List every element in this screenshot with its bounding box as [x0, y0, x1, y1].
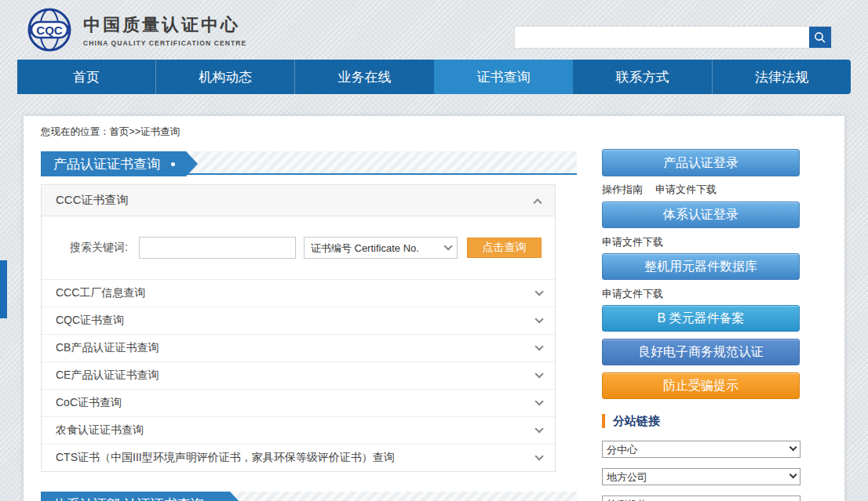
operation-guide-link[interactable]: 操作指南 [602, 183, 643, 195]
chevron-down-icon [534, 314, 543, 323]
chevron-down-icon [534, 342, 543, 350]
system-cert-banner: 体系认证部 认证证书查询 [41, 492, 230, 501]
keyword-label: 搜索关键词: [70, 241, 128, 255]
certificate-query-accordion: CCC证书查询 搜索关键词: 证书编号 Certificate No. 点击查询… [41, 184, 556, 472]
ccc-search-form: 搜索关键词: 证书编号 Certificate No. 点击查询 [42, 216, 555, 279]
application-download-link[interactable]: 申请文件下载 [602, 235, 663, 248]
accordion-ccc-certificate-label: CCC证书查询 [56, 193, 129, 208]
breadcrumb: 您现在的位置：首页>>证书查询 [41, 125, 844, 139]
nav-item-certificate-query[interactable]: 证书查询 [434, 60, 573, 94]
accordion-coc-certificate[interactable]: CoC证书查询 [42, 389, 555, 416]
accordion-agrifood-certificate[interactable]: 农食认证证书查询 [42, 416, 555, 444]
nav-item-business-online[interactable]: 业务在线 [294, 60, 433, 94]
search-icon [814, 31, 826, 44]
main-nav: 首页 机构动态 业务在线 证书查询 联系方式 法律法规 [17, 60, 851, 94]
nav-item-laws[interactable]: 法律法规 [712, 60, 851, 94]
accordion-ccc-certificate[interactable]: CCC证书查询 [42, 185, 555, 216]
accordion-item-label: CTS证书（中国III型环境声明评价证书，家具环保等级评价证书）查询 [56, 451, 395, 465]
accordion-item-label: CQC证书查询 [56, 314, 124, 328]
fraud-warning-button[interactable]: 防止受骗提示 [602, 372, 800, 399]
accordion-cqc-certificate[interactable]: CQC证书查询 [42, 307, 555, 334]
system-cert-section-head: 体系认证部 认证证书查询 [41, 492, 577, 501]
site-search-button[interactable] [809, 27, 831, 48]
keyword-input[interactable] [139, 237, 296, 259]
chevron-down-icon [534, 424, 543, 433]
chevron-down-icon [534, 369, 543, 378]
certificate-type-select[interactable]: 证书编号 Certificate No. [304, 237, 458, 259]
chevron-down-icon [534, 452, 543, 460]
testing-agency-select[interactable]: 检测机构 [602, 496, 801, 501]
accordion-item-label: CE产品认证证书查询 [56, 368, 159, 383]
product-cert-login-button[interactable]: 产品认证登录 [602, 149, 800, 176]
accordion-item-label: 农食认证证书查询 [56, 423, 144, 437]
product-cert-banner: 产品认证证书查询 [41, 151, 186, 176]
certificate-type-select-wrap: 证书编号 Certificate No. [304, 237, 458, 259]
branch-center-select[interactable]: 分中心 [602, 441, 801, 458]
chevron-down-icon [534, 397, 543, 405]
site-subtitle: CHINA QUALITY CERTIFICATION CENTRE [83, 39, 246, 47]
application-download-link[interactable]: 申请文件下载 [602, 287, 663, 300]
component-db-links: 申请文件下载 [602, 287, 801, 300]
product-cert-banner-label: 产品认证证书查询 [53, 155, 160, 173]
site-logo[interactable]: CQC 中国质量认证中心 CHINA QUALITY CERTIFICATION… [24, 7, 246, 53]
component-database-button[interactable]: 整机用元器件数据库 [602, 253, 800, 280]
nav-item-news[interactable]: 机构动态 [155, 60, 294, 94]
left-edge-widget[interactable] [0, 260, 7, 318]
product-cert-section-head: 产品认证证书查询 [41, 151, 577, 175]
local-company-select-wrap: 地方公司 [602, 468, 801, 485]
system-cert-banner-label: 体系认证部 认证证书查询 [53, 496, 204, 501]
nav-item-home[interactable]: 首页 [17, 60, 155, 94]
chevron-down-icon [534, 287, 543, 296]
page-header: CQC 中国质量认证中心 CHINA QUALITY CERTIFICATION… [0, 0, 868, 60]
branch-center-select-wrap: 分中心 [602, 441, 801, 458]
accordion-item-label: CB产品认证证书查询 [56, 341, 159, 355]
accordion-ccc-factory-info[interactable]: CCC工厂信息查询 [42, 279, 555, 307]
accordion-cb-certificate[interactable]: CB产品认证证书查询 [42, 334, 555, 361]
system-cert-login-button[interactable]: 体系认证登录 [602, 201, 800, 228]
product-login-links: 操作指南 申请文件下载 [602, 183, 801, 195]
chevron-up-icon [533, 198, 542, 207]
accordion-item-label: CoC证书查询 [56, 396, 122, 410]
system-login-links: 申请文件下载 [602, 235, 801, 248]
accordion-ce-certificate[interactable]: CE产品认证证书查询 [42, 361, 555, 389]
query-button[interactable]: 点击查询 [467, 238, 542, 258]
site-search [514, 26, 832, 49]
cqc-globe-icon: CQC [24, 7, 75, 53]
application-download-link[interactable]: 申请文件下载 [655, 183, 717, 195]
accordion-item-label: CCC工厂信息查询 [56, 286, 145, 300]
class-b-filing-button[interactable]: B 类元器件备案 [602, 305, 800, 332]
testing-agency-select-wrap: 检测机构 [602, 496, 801, 501]
banner-dot-icon [171, 162, 175, 166]
nav-item-contact[interactable]: 联系方式 [573, 60, 712, 94]
site-title: 中国质量认证中心 [83, 13, 246, 37]
right-sidebar: 产品认证登录 操作指南 申请文件下载 体系认证登录 申请文件下载 整机用元器件数… [602, 149, 801, 501]
local-company-select[interactable]: 地方公司 [602, 468, 801, 485]
site-search-input[interactable] [515, 27, 809, 48]
ecommerce-cert-button[interactable]: 良好电子商务规范认证 [602, 339, 800, 365]
svg-text:CQC: CQC [36, 24, 63, 37]
subsite-links-heading: 分站链接 [602, 414, 801, 428]
accordion-cts-certificate[interactable]: CTS证书（中国III型环境声明评价证书，家具环保等级评价证书）查询 [42, 444, 555, 471]
